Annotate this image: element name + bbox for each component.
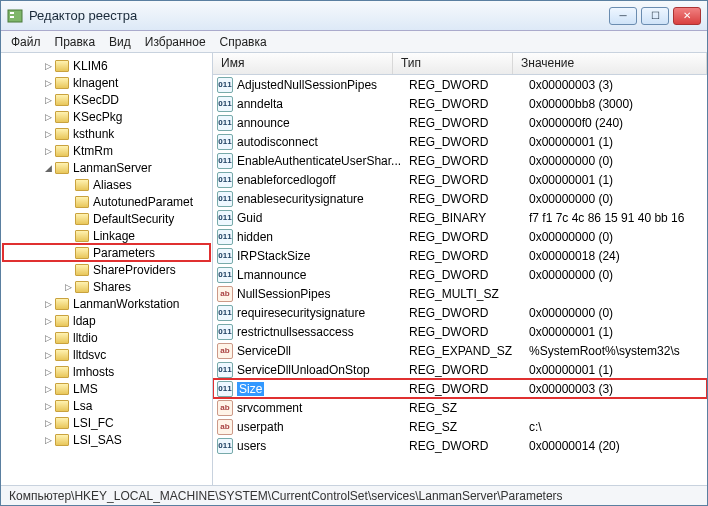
value-data: 0x00000014 (20) — [529, 439, 707, 453]
expander-icon[interactable] — [63, 180, 73, 190]
folder-icon — [55, 417, 69, 429]
value-row[interactable]: 011requiresecuritysignatureREG_DWORD0x00… — [213, 303, 707, 322]
tree-item-lltdsvc[interactable]: ▷lltdsvc — [3, 346, 210, 363]
expander-icon[interactable] — [63, 197, 73, 207]
value-row[interactable]: 011restrictnullsessaccessREG_DWORD0x0000… — [213, 322, 707, 341]
value-type: REG_DWORD — [409, 439, 529, 453]
maximize-button[interactable]: ☐ — [641, 7, 669, 25]
expander-icon[interactable]: ▷ — [43, 401, 53, 411]
value-name: requiresecuritysignature — [237, 306, 409, 320]
value-row[interactable]: abServiceDllREG_EXPAND_SZ%SystemRoot%\sy… — [213, 341, 707, 360]
folder-icon — [55, 434, 69, 446]
expander-icon[interactable] — [63, 248, 73, 258]
value-row[interactable]: 011anndeltaREG_DWORD0x00000bb8 (3000) — [213, 94, 707, 113]
expander-icon[interactable] — [63, 265, 73, 275]
tree-item-linkage[interactable]: Linkage — [3, 227, 210, 244]
expander-icon[interactable]: ▷ — [43, 112, 53, 122]
tree-item-lsi_sas[interactable]: ▷LSI_SAS — [3, 431, 210, 448]
expander-icon[interactable]: ▷ — [43, 61, 53, 71]
col-name[interactable]: Имя — [213, 53, 393, 74]
menu-help[interactable]: Справка — [220, 35, 267, 49]
expander-icon[interactable]: ▷ — [43, 350, 53, 360]
value-row[interactable]: 011GuidREG_BINARYf7 f1 7c 4c 86 15 91 40… — [213, 208, 707, 227]
tree-item-klim6[interactable]: ▷KLIM6 — [3, 57, 210, 74]
menu-file[interactable]: Файл — [11, 35, 41, 49]
tree-item-ksthunk[interactable]: ▷ksthunk — [3, 125, 210, 142]
value-data: 0x00000001 (1) — [529, 325, 707, 339]
tree-item-defaultsecurity[interactable]: DefaultSecurity — [3, 210, 210, 227]
tree-item-ldap[interactable]: ▷ldap — [3, 312, 210, 329]
value-row[interactable]: 011hiddenREG_DWORD0x00000000 (0) — [213, 227, 707, 246]
tree-item-ksecdd[interactable]: ▷KSecDD — [3, 91, 210, 108]
tree-panel[interactable]: ▷KLIM6▷klnagent▷KSecDD▷KSecPkg▷ksthunk▷K… — [1, 53, 213, 485]
expander-icon[interactable]: ▷ — [43, 299, 53, 309]
tree-item-aliases[interactable]: Aliases — [3, 176, 210, 193]
expander-icon[interactable]: ▷ — [43, 333, 53, 343]
value-row[interactable]: 011EnableAuthenticateUserShar...REG_DWOR… — [213, 151, 707, 170]
col-type[interactable]: Тип — [393, 53, 513, 74]
tree-item-lsi_fc[interactable]: ▷LSI_FC — [3, 414, 210, 431]
menu-favorites[interactable]: Избранное — [145, 35, 206, 49]
value-row[interactable]: 011ServiceDllUnloadOnStopREG_DWORD0x0000… — [213, 360, 707, 379]
minimize-button[interactable]: ─ — [609, 7, 637, 25]
value-row[interactable]: 011LmannounceREG_DWORD0x00000000 (0) — [213, 265, 707, 284]
value-type: REG_SZ — [409, 401, 529, 415]
expander-icon[interactable]: ▷ — [43, 146, 53, 156]
value-row[interactable]: 011enablesecuritysignatureREG_DWORD0x000… — [213, 189, 707, 208]
list-body[interactable]: 011AdjustedNullSessionPipesREG_DWORD0x00… — [213, 75, 707, 485]
binary-value-icon: 011 — [217, 362, 233, 378]
expander-icon[interactable]: ◢ — [43, 163, 53, 173]
value-row[interactable]: abuserpathREG_SZc:\ — [213, 417, 707, 436]
expander-icon[interactable] — [63, 214, 73, 224]
menu-edit[interactable]: Правка — [55, 35, 96, 49]
expander-icon[interactable]: ▷ — [43, 367, 53, 377]
expander-icon[interactable]: ▷ — [43, 418, 53, 428]
tree-label: Parameters — [93, 246, 155, 260]
expander-icon[interactable]: ▷ — [43, 129, 53, 139]
value-row[interactable]: 011enableforcedlogoffREG_DWORD0x00000001… — [213, 170, 707, 189]
tree-item-shares[interactable]: ▷Shares — [3, 278, 210, 295]
value-row[interactable]: abNullSessionPipesREG_MULTI_SZ — [213, 284, 707, 303]
expander-icon[interactable]: ▷ — [43, 78, 53, 88]
tree-item-shareproviders[interactable]: ShareProviders — [3, 261, 210, 278]
tree-label: Shares — [93, 280, 131, 294]
tree-label: KLIM6 — [73, 59, 108, 73]
value-row[interactable]: 011IRPStackSizeREG_DWORD0x00000018 (24) — [213, 246, 707, 265]
value-row[interactable]: absrvcommentREG_SZ — [213, 398, 707, 417]
tree-item-parameters[interactable]: Parameters — [3, 244, 210, 261]
tree-label: lltdio — [73, 331, 98, 345]
value-name: Size — [237, 382, 409, 396]
tree-item-autotunedparamet[interactable]: AutotunedParamet — [3, 193, 210, 210]
tree-item-lmhosts[interactable]: ▷lmhosts — [3, 363, 210, 380]
expander-icon[interactable]: ▷ — [43, 316, 53, 326]
value-row[interactable]: 011announceREG_DWORD0x000000f0 (240) — [213, 113, 707, 132]
expander-icon[interactable]: ▷ — [43, 95, 53, 105]
tree-item-lanmanworkstation[interactable]: ▷LanmanWorkstation — [3, 295, 210, 312]
value-type: REG_SZ — [409, 420, 529, 434]
expander-icon[interactable]: ▷ — [63, 282, 73, 292]
value-row[interactable]: 011usersREG_DWORD0x00000014 (20) — [213, 436, 707, 455]
tree-label: LSI_FC — [73, 416, 114, 430]
tree-label: Linkage — [93, 229, 135, 243]
tree-item-lsa[interactable]: ▷Lsa — [3, 397, 210, 414]
menu-view[interactable]: Вид — [109, 35, 131, 49]
value-row[interactable]: 011SizeREG_DWORD0x00000003 (3) — [213, 379, 707, 398]
col-data[interactable]: Значение — [513, 53, 707, 74]
folder-icon — [55, 332, 69, 344]
tree-item-lms[interactable]: ▷LMS — [3, 380, 210, 397]
tree-item-lanmanserver[interactable]: ◢LanmanServer — [3, 159, 210, 176]
expander-icon[interactable]: ▷ — [43, 435, 53, 445]
value-type: REG_DWORD — [409, 135, 529, 149]
close-button[interactable]: ✕ — [673, 7, 701, 25]
tree-item-klnagent[interactable]: ▷klnagent — [3, 74, 210, 91]
expander-icon[interactable] — [63, 231, 73, 241]
value-row[interactable]: 011autodisconnectREG_DWORD0x00000001 (1) — [213, 132, 707, 151]
titlebar[interactable]: Редактор реестра ─ ☐ ✕ — [1, 1, 707, 31]
tree-item-ktmrm[interactable]: ▷KtmRm — [3, 142, 210, 159]
tree-label: KSecDD — [73, 93, 119, 107]
tree-item-ksecpkg[interactable]: ▷KSecPkg — [3, 108, 210, 125]
tree-item-lltdio[interactable]: ▷lltdio — [3, 329, 210, 346]
value-name: hidden — [237, 230, 409, 244]
value-row[interactable]: 011AdjustedNullSessionPipesREG_DWORD0x00… — [213, 75, 707, 94]
expander-icon[interactable]: ▷ — [43, 384, 53, 394]
